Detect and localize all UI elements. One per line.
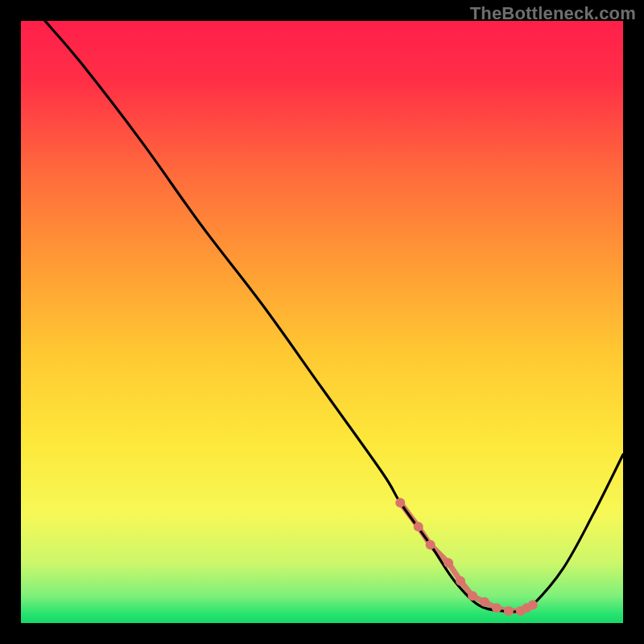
svg-point-12	[528, 601, 538, 610]
chart-frame: TheBottleneck.com	[0, 0, 644, 644]
svg-point-3	[426, 540, 436, 550]
svg-point-5	[456, 576, 465, 586]
svg-point-8	[492, 603, 502, 613]
svg-point-1	[395, 497, 405, 507]
chart-svg	[21, 21, 623, 623]
svg-point-9	[504, 606, 514, 616]
bottleneck-curve	[45, 21, 623, 612]
watermark-text: TheBottleneck.com	[470, 3, 636, 24]
valley-points	[395, 497, 538, 616]
svg-point-7	[480, 597, 489, 607]
svg-point-6	[468, 591, 477, 601]
svg-point-2	[414, 522, 423, 531]
plot-area	[21, 21, 623, 623]
svg-point-4	[444, 558, 453, 568]
